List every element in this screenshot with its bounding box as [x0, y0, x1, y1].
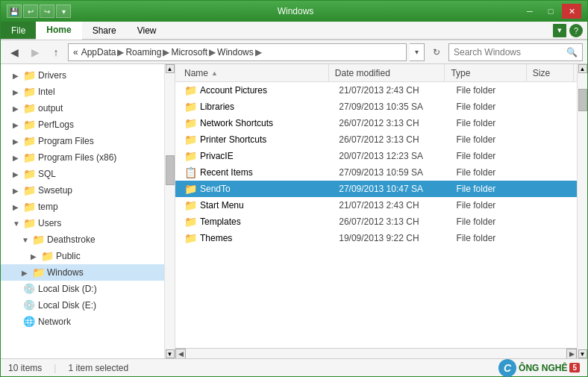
table-row[interactable]: 📁PrivacIE20/07/2013 12:23 SAFile folder: [175, 148, 577, 164]
path-microsoft[interactable]: Microsoft: [171, 47, 207, 57]
maximize-button[interactable]: □: [541, 4, 560, 19]
expand-arrow-icon: ▶: [13, 187, 22, 195]
item-count: 10 items: [8, 363, 42, 373]
sidebar-item-users[interactable]: ▼📁Users: [1, 215, 164, 231]
file-type: File folder: [451, 200, 531, 211]
table-row[interactable]: 📁SendTo27/09/2013 10:47 SAFile folder: [175, 181, 577, 197]
sidebar: ▶📁Drivers▶📁Intel▶📁output▶📁PerfLogs▶📁Prog…: [1, 64, 165, 358]
sidebar-scrollbar[interactable]: ▲ ▼: [165, 64, 175, 358]
tab-home[interactable]: Home: [36, 22, 81, 40]
quick-redo-btn[interactable]: ↪: [40, 4, 54, 18]
sidebar-item-label: Intel: [38, 87, 55, 97]
table-row[interactable]: 📁Account Pictures21/07/2013 2:43 CHFile …: [175, 82, 577, 99]
col-header-type[interactable]: Type: [445, 64, 526, 81]
tab-file[interactable]: File: [1, 22, 36, 39]
watermark-text: ÔNG NGHÊ: [519, 363, 567, 373]
table-row[interactable]: 📁Templates26/07/2012 3:13 CHFile folder: [175, 214, 577, 230]
sidebar-item-local-disk-e:[interactable]: 💿Local Disk (E:): [1, 297, 164, 314]
folder-icon: 📁: [23, 102, 35, 114]
addressbar: ◀ ▶ ↑ « AppData ▶ Roaming ▶ Microsoft ▶ …: [1, 40, 587, 64]
sidebar-item-deathstroke[interactable]: ▼📁Deathstroke: [1, 231, 164, 248]
file-name-cell: 📁Network Shortcuts: [178, 117, 333, 129]
sidebar-item-label: SQL: [38, 169, 56, 179]
folder-icon: 📁: [32, 234, 44, 246]
titlebar: 💾 ↩ ↪ ▾ Windows ─ □ ✕: [1, 1, 587, 22]
file-date: 20/07/2013 12:23 SA: [333, 151, 450, 161]
sidebar-item-swsetup[interactable]: ▶📁Swsetup: [1, 182, 164, 199]
sidebar-item-output[interactable]: ▶📁output: [1, 100, 164, 116]
quick-dropdown-btn[interactable]: ▾: [56, 4, 71, 18]
search-icon[interactable]: 🔍: [566, 47, 578, 57]
file-date: 21/07/2013 2:43 CH: [333, 85, 450, 96]
ribbon-collapse-btn[interactable]: ▾: [553, 24, 566, 37]
table-row[interactable]: 📁Network Shortcuts26/07/2012 3:13 CHFile…: [175, 115, 577, 131]
address-dropdown[interactable]: ▾: [410, 43, 425, 61]
file-type: File folder: [451, 167, 531, 178]
quick-save-btn[interactable]: 💾: [7, 4, 22, 18]
path-roaming[interactable]: Roaming: [125, 47, 161, 57]
sidebar-item-intel[interactable]: ▶📁Intel: [1, 84, 164, 100]
table-row[interactable]: 📁Libraries27/09/2013 10:35 SAFile folder: [175, 99, 577, 115]
col-header-size[interactable]: Size: [527, 64, 574, 81]
path-separator-1: «: [73, 47, 78, 57]
folder-icon: 📁: [23, 184, 35, 196]
sidebar-item-program-files-x86[interactable]: ▶📁Program Files (x86): [1, 149, 164, 166]
expand-arrow-icon: ▶: [13, 137, 22, 146]
sidebar-item-label: output: [38, 103, 63, 113]
file-type: File folder: [451, 151, 531, 161]
file-name-cell: 📁Themes: [178, 232, 333, 244]
table-row[interactable]: 📁Printer Shortcuts26/07/2012 3:13 CHFile…: [175, 131, 577, 148]
minimize-button[interactable]: ─: [520, 4, 539, 19]
col-header-name[interactable]: Name ▲: [178, 64, 329, 81]
window-title: Windows: [71, 6, 520, 16]
search-input[interactable]: [454, 47, 566, 57]
sidebar-item-windows[interactable]: ▶📁Windows: [1, 264, 164, 281]
sidebar-item-label: Windows: [47, 267, 84, 278]
folder-icon: 📁: [23, 152, 35, 163]
back-button[interactable]: ◀: [5, 43, 23, 61]
folder-icon: 📁: [23, 168, 35, 180]
sidebar-item-public[interactable]: ▶📁Public: [1, 248, 164, 264]
sidebar-item-drivers[interactable]: ▶📁Drivers: [1, 67, 164, 84]
sidebar-item-perflogs[interactable]: ▶📁PerfLogs: [1, 116, 164, 133]
tab-share[interactable]: Share: [82, 22, 127, 39]
file-name: Libraries: [200, 102, 234, 112]
table-row[interactable]: 📋Recent Items27/09/2013 10:59 SAFile fol…: [175, 164, 577, 181]
expand-arrow-icon: ▶: [13, 88, 22, 96]
ribbon: File Home Share View ▾ ?: [1, 22, 587, 40]
path-appdata[interactable]: AppData: [81, 47, 116, 57]
refresh-button[interactable]: ↻: [428, 43, 445, 61]
forward-button[interactable]: ▶: [26, 43, 44, 61]
sidebar-item-temp[interactable]: ▶📁temp: [1, 199, 164, 215]
sidebar-item-program-files[interactable]: ▶📁Program Files: [1, 133, 164, 149]
file-name: Recent Items: [200, 167, 253, 178]
hscroll-track[interactable]: [186, 349, 566, 359]
sidebar-item-sql[interactable]: ▶📁SQL: [1, 166, 164, 182]
address-path[interactable]: « AppData ▶ Roaming ▶ Microsoft ▶ Window…: [68, 43, 407, 61]
window-title-text: Windows: [278, 6, 314, 16]
quick-undo-btn[interactable]: ↩: [23, 4, 38, 18]
hscroll-bar[interactable]: ◀ ▶: [175, 348, 577, 358]
file-type: File folder: [451, 102, 531, 112]
file-name: SendTo: [200, 184, 231, 194]
help-button[interactable]: ?: [569, 24, 583, 37]
sidebar-item-label: Program Files: [38, 136, 94, 146]
file-scrollbar[interactable]: ▲ ▼: [577, 64, 587, 358]
sidebar-item-label: Local Disk (D:): [38, 284, 97, 294]
tab-view[interactable]: View: [127, 22, 167, 39]
col-header-date[interactable]: Date modified: [329, 64, 445, 81]
sidebar-item-label: temp: [38, 202, 58, 212]
file-list-header: Name ▲ Date modified Type Size: [175, 64, 577, 82]
sidebar-item-label: Drivers: [38, 70, 66, 81]
path-windows[interactable]: Windows: [217, 47, 254, 57]
sidebar-item-network[interactable]: 🌐Network: [1, 314, 164, 330]
hscroll-left-btn[interactable]: ◀: [175, 349, 186, 359]
up-button[interactable]: ↑: [47, 43, 65, 61]
close-button[interactable]: ✕: [562, 4, 581, 19]
table-row[interactable]: 📁Start Menu21/07/2013 2:43 CHFile folder: [175, 197, 577, 214]
hscroll-right-btn[interactable]: ▶: [566, 349, 577, 359]
search-box: 🔍: [448, 43, 583, 61]
sidebar-item-label: Public: [56, 251, 81, 261]
table-row[interactable]: 📁Themes19/09/2013 9:22 CHFile folder: [175, 230, 577, 246]
sidebar-item-local-disk-d:[interactable]: 💿Local Disk (D:): [1, 281, 164, 297]
